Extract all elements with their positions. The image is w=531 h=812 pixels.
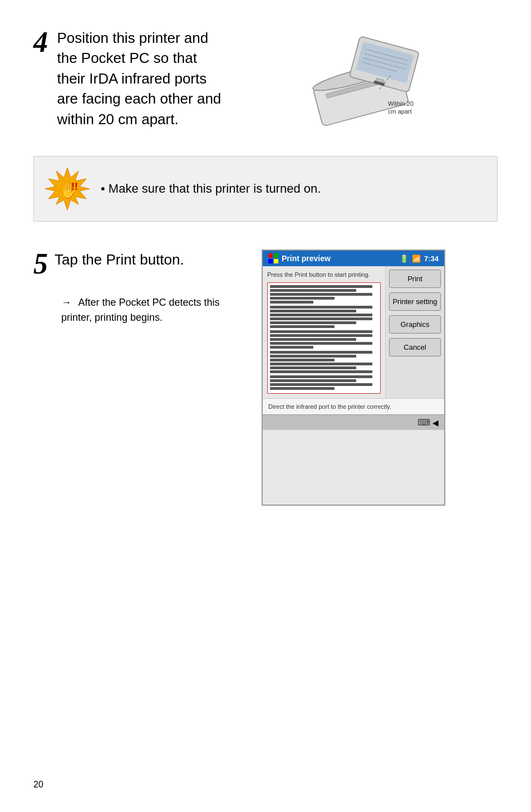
doc-line (270, 314, 372, 316)
step5-section: 5 Tap the Print button. → After the Pock… (33, 250, 498, 506)
doc-line (270, 285, 372, 288)
doc-line (270, 363, 372, 365)
doc-line (270, 321, 356, 324)
ppc-footer-text: Direct the infrared port to the printer … (263, 398, 444, 414)
doc-line (270, 334, 372, 337)
doc-line (270, 338, 356, 341)
ppc-content-area: Press the Print button to start printing… (263, 266, 386, 398)
doc-line (270, 306, 372, 309)
ppc-title-text: Print preview (282, 254, 331, 263)
graphics-button[interactable]: Graphics (389, 315, 441, 334)
ppc-sidebar: Print Printer setting Graphics Cancel (386, 266, 444, 398)
page: 4 Position this printer and the Pocket P… (0, 0, 531, 812)
irda-illustration: Within 20 cm apart (293, 33, 449, 134)
doc-line (270, 375, 372, 378)
ppc-body: Press the Print button to start printing… (263, 266, 444, 398)
svg-rect-21 (274, 259, 278, 263)
pocketpc-container: Print preview 🔋 📶 7:34 Press the Print b… (262, 250, 498, 506)
svg-text:Within 20: Within 20 (388, 100, 414, 107)
doc-line (270, 301, 313, 304)
step4-description: Position this printer and the Pocket PC … (57, 28, 224, 129)
ppc-time: 7:34 (424, 255, 439, 263)
arrow-icon: → (61, 297, 71, 308)
ppc-back-icon: ◀ (432, 418, 439, 427)
printer-setting-button[interactable]: Printer setting (389, 292, 441, 311)
doc-line (270, 387, 335, 390)
ppc-title-right: 🔋 📶 7:34 (400, 255, 439, 263)
warning-section: ✋ !! Make sure that this printer is turn… (33, 156, 498, 222)
step5-desc-block: → After the Pocket PC detects this print… (45, 295, 245, 325)
doc-line (270, 359, 335, 361)
svg-rect-18 (268, 253, 273, 258)
battery-icon: 🔋 (400, 255, 409, 263)
doc-line (270, 351, 372, 354)
warning-text: Make sure that this printer is turned on… (101, 182, 321, 196)
doc-line (270, 366, 356, 369)
ppc-titlebar: Print preview 🔋 📶 7:34 (263, 251, 444, 266)
doc-line (270, 342, 372, 345)
pocketpc-mockup: Print preview 🔋 📶 7:34 Press the Print b… (262, 250, 445, 506)
print-button[interactable]: Print (389, 270, 441, 288)
ppc-doc-preview (267, 282, 381, 394)
svg-text:cm apart: cm apart (388, 108, 412, 115)
step5-arrow-text: After the Pocket PC detects this printer… (61, 297, 220, 323)
windows-mobile-icon (268, 253, 278, 263)
ppc-title-left: Print preview (268, 253, 331, 263)
doc-line (270, 297, 335, 300)
doc-line (270, 317, 372, 320)
page-number: 20 (33, 780, 43, 790)
doc-line (270, 346, 313, 349)
signal-icon: 📶 (412, 255, 421, 263)
step5-heading-text: Tap the Print button. (55, 250, 222, 270)
step4-illustration: Within 20 cm apart (245, 28, 498, 134)
doc-line (270, 325, 335, 328)
step5-heading: 5 Tap the Print button. (33, 250, 245, 278)
doc-line (270, 379, 356, 382)
step4-number: 4 (33, 28, 48, 57)
svg-rect-20 (268, 259, 273, 263)
step5-number: 5 (33, 250, 48, 278)
doc-line (270, 293, 372, 296)
step4-section: 4 Position this printer and the Pocket P… (33, 28, 498, 134)
step4-text-block: 4 Position this printer and the Pocket P… (33, 28, 245, 129)
ppc-print-instruction: Press the Print button to start printing… (267, 271, 381, 279)
warning-icon: ✋ !! (45, 167, 90, 211)
doc-line (270, 370, 372, 373)
doc-line (270, 289, 356, 292)
ppc-keyboard-icon: ⌨ (417, 417, 430, 428)
cancel-button[interactable]: Cancel (389, 338, 441, 356)
svg-rect-19 (274, 253, 278, 258)
doc-line (270, 383, 372, 386)
doc-line (270, 355, 356, 358)
ppc-bottom-bar: ⌨ ◀ (263, 414, 444, 430)
svg-text:!!: !! (71, 181, 78, 192)
step5-left: 5 Tap the Print button. → After the Pock… (33, 250, 245, 325)
doc-line (270, 310, 356, 312)
doc-line (270, 330, 372, 333)
